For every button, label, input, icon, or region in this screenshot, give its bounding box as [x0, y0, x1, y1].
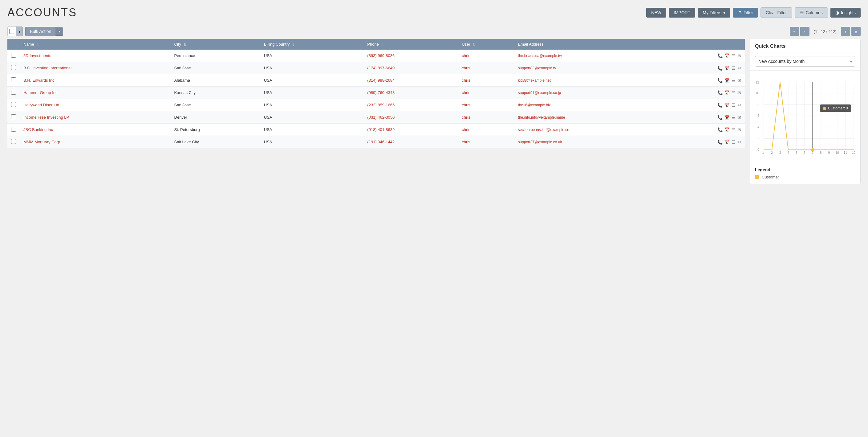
select-all-checkbox[interactable]: [7, 27, 16, 36]
calendar-icon-0[interactable]: 📅: [724, 53, 730, 58]
row-checkbox-7[interactable]: [11, 139, 16, 144]
calendar-icon-1[interactable]: 📅: [724, 66, 730, 70]
prev-page-button[interactable]: ‹: [800, 27, 809, 36]
list-icon-5[interactable]: ☰: [732, 115, 736, 120]
row-checkbox-cell: [7, 111, 20, 123]
row-checkbox-5[interactable]: [11, 114, 16, 119]
list-icon-0[interactable]: ☰: [732, 53, 736, 58]
bulk-action-chevron-icon[interactable]: ▾: [56, 27, 63, 36]
phone-icon-5[interactable]: 📞: [717, 115, 723, 120]
cell-name-4: Hollywood Diner Ltd: [20, 99, 170, 111]
filter-button[interactable]: ⚗ Filter: [733, 8, 758, 18]
phone-icon-2[interactable]: 📞: [717, 78, 723, 83]
phone-link-5[interactable]: (031) 462-3050: [367, 115, 395, 120]
phone-icon-3[interactable]: 📞: [717, 90, 723, 95]
list-icon-7[interactable]: ☰: [732, 140, 736, 145]
email-icon-1[interactable]: ✉: [737, 66, 741, 70]
th-billing-country[interactable]: Billing Country ⇅: [260, 39, 364, 50]
email-icon-4[interactable]: ✉: [737, 103, 741, 108]
phone-link-3[interactable]: (989) 760-4343: [367, 90, 395, 95]
email-icon-6[interactable]: ✉: [737, 127, 741, 132]
select-all-checkbox-btn[interactable]: ▾: [7, 27, 23, 36]
email-text-5[interactable]: the.info.info@example.name: [518, 115, 565, 120]
city-value-7: Salt Lake City: [174, 140, 199, 144]
account-name-link-3[interactable]: Hammer Group Inc: [23, 90, 58, 95]
user-link-4[interactable]: chris: [462, 103, 470, 107]
user-link-1[interactable]: chris: [462, 66, 470, 70]
email-icon-5[interactable]: ✉: [737, 115, 741, 120]
account-name-link-1[interactable]: B.C. Investing International: [23, 66, 71, 70]
email-text-1[interactable]: support83@example.tv: [518, 66, 556, 70]
th-user[interactable]: User ⇅: [458, 39, 514, 50]
account-name-link-7[interactable]: MMM Mortuary Corp: [23, 140, 60, 144]
phone-icon-7[interactable]: 📞: [717, 140, 723, 145]
row-checkbox-4[interactable]: [11, 102, 16, 107]
account-name-link-2[interactable]: B.H. Edwards Inc: [23, 78, 54, 83]
phone-link-1[interactable]: (174) 897-6649: [367, 66, 395, 70]
th-city[interactable]: City ⇅: [170, 39, 260, 50]
email-icon-0[interactable]: ✉: [737, 53, 741, 58]
email-icon-7[interactable]: ✉: [737, 140, 741, 145]
user-link-5[interactable]: chris: [462, 115, 470, 120]
my-filters-button[interactable]: My Filters ▾: [698, 8, 730, 18]
checkbox-dropdown-arrow[interactable]: ▾: [16, 27, 23, 36]
chart-type-select[interactable]: New Accounts by Month Accounts by Type A…: [755, 56, 856, 66]
email-text-3[interactable]: support91@example.co.jp: [518, 91, 561, 95]
new-button[interactable]: NEW: [646, 8, 666, 18]
last-page-button[interactable]: »: [851, 27, 861, 36]
clear-filter-button[interactable]: Clear Filter: [761, 7, 792, 18]
phone-link-0[interactable]: (893) 969-8036: [367, 53, 395, 58]
user-link-2[interactable]: chris: [462, 78, 470, 83]
phone-icon-1[interactable]: 📞: [717, 66, 723, 70]
email-text-4[interactable]: the16@example.biz: [518, 103, 551, 107]
email-text-6[interactable]: section.beans.kid@example.cn: [518, 127, 569, 132]
row-checkbox-0[interactable]: [11, 53, 16, 58]
bulk-action-dropdown[interactable]: Bulk Action ▾: [25, 27, 63, 36]
email-icon-3[interactable]: ✉: [737, 90, 741, 95]
user-link-3[interactable]: chris: [462, 90, 470, 95]
select-all-input[interactable]: [9, 29, 14, 34]
calendar-icon-5[interactable]: 📅: [724, 115, 730, 120]
email-text-0[interactable]: the.beans.qa@example.tw: [518, 54, 562, 58]
phone-link-2[interactable]: (314) 988-2684: [367, 78, 395, 83]
list-icon-4[interactable]: ☰: [732, 103, 736, 108]
email-icon-2[interactable]: ✉: [737, 78, 741, 83]
phone-icon-6[interactable]: 📞: [717, 127, 723, 132]
calendar-icon-3[interactable]: 📅: [724, 90, 730, 95]
row-checkbox-3[interactable]: [11, 90, 16, 95]
calendar-icon-7[interactable]: 📅: [724, 140, 730, 145]
list-icon-1[interactable]: ☰: [732, 66, 736, 70]
calendar-icon-2[interactable]: 📅: [724, 78, 730, 83]
row-checkbox-6[interactable]: [11, 127, 16, 132]
th-phone[interactable]: Phone ⇅: [364, 39, 458, 50]
list-icon-6[interactable]: ☰: [732, 127, 736, 132]
cell-name-2: B.H. Edwards Inc: [20, 74, 170, 87]
columns-button[interactable]: ☰ Columns: [795, 7, 828, 18]
insights-button[interactable]: ◑ Insights: [830, 8, 861, 18]
account-name-link-6[interactable]: JBC Banking Inc: [23, 127, 53, 132]
account-name-link-4[interactable]: Hollywood Diner Ltd: [23, 103, 59, 107]
calendar-icon-4[interactable]: 📅: [724, 103, 730, 108]
page-title: ACCOUNTS: [7, 6, 77, 19]
phone-link-6[interactable]: (918) 401-8639: [367, 127, 395, 132]
user-link-6[interactable]: chris: [462, 127, 470, 132]
phone-link-7[interactable]: (191) 946-1442: [367, 140, 395, 144]
phone-link-4[interactable]: (232) 859-1665: [367, 103, 395, 107]
phone-icon-4[interactable]: 📞: [717, 103, 723, 108]
row-checkbox-2[interactable]: [11, 77, 16, 82]
next-page-button[interactable]: ›: [841, 27, 850, 36]
calendar-icon-6[interactable]: 📅: [724, 127, 730, 132]
list-icon-2[interactable]: ☰: [732, 78, 736, 83]
email-text-7[interactable]: support37@example.co.uk: [518, 140, 562, 144]
phone-icon-0[interactable]: 📞: [717, 53, 723, 58]
account-name-link-0[interactable]: 5D Investments: [23, 53, 51, 58]
account-name-link-5[interactable]: Income Free Investing LP: [23, 115, 69, 120]
user-link-0[interactable]: chris: [462, 53, 470, 58]
email-text-2[interactable]: kid38@example.net: [518, 78, 551, 83]
list-icon-3[interactable]: ☰: [732, 90, 736, 95]
th-name[interactable]: Name ⇅: [20, 39, 170, 50]
row-checkbox-1[interactable]: [11, 65, 16, 70]
user-link-7[interactable]: chris: [462, 140, 470, 144]
first-page-button[interactable]: «: [790, 27, 799, 36]
import-button[interactable]: IMPORT: [669, 8, 695, 18]
